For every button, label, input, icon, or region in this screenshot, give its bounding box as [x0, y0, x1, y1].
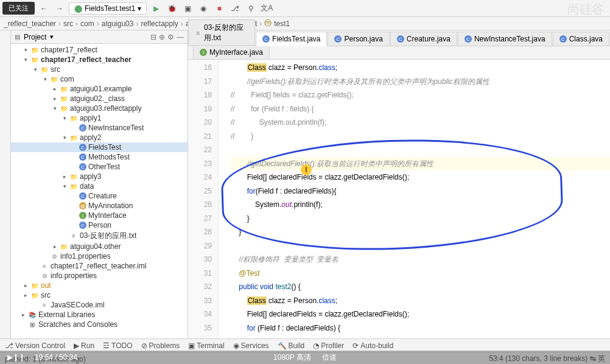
tree-item[interactable]: ▾📁data — [11, 181, 188, 191]
tree-item[interactable]: IMyInterface — [11, 211, 188, 220]
todo-tab[interactable]: ☲ TODO — [103, 341, 132, 350]
tab-myinterface[interactable]: IMyInterface.java — [193, 45, 270, 59]
services-tab[interactable]: ◉ Services — [233, 341, 269, 350]
tree-item[interactable]: ⚙info1.properties — [11, 251, 188, 261]
status-bar: passed: 1 (a minute ago) 53:4 (130 chars… — [0, 352, 610, 364]
translate-icon[interactable]: 文A — [260, 2, 273, 15]
tree-item[interactable]: ⊞Scratches and Consoles — [11, 320, 188, 329]
editor-tabs-row2: IMyInterface.java — [188, 46, 610, 60]
tree-item[interactable]: ▾📁chapter17_reflect — [11, 45, 188, 55]
editor-tab[interactable]: CNewInstanceTest.java — [458, 32, 552, 46]
editor-tab[interactable]: CClass.java — [553, 32, 609, 46]
tree-item[interactable]: ▾📁com — [11, 74, 188, 84]
tree-item[interactable]: ▸📁out — [11, 281, 188, 290]
editor-area: ≡03-反射的应用.txtCFieldsTest.javaCPerson.jav… — [188, 30, 610, 338]
tree-item[interactable]: CMethodsTest — [11, 152, 188, 162]
debug-icon[interactable]: 🐞 — [165, 2, 178, 15]
tree-item[interactable]: ▸📁atguigu02._class — [11, 94, 188, 103]
breadcrumb-item[interactable]: reflectapply — [141, 19, 178, 28]
autobuild-tab[interactable]: ⟳ Auto-build — [352, 341, 393, 350]
gutter: 1617181920212223242526272829303132333435… — [188, 60, 219, 338]
tree-item[interactable]: ▸📚External Libraries — [11, 310, 188, 320]
search-icon[interactable]: ⚲ — [244, 2, 258, 15]
bottom-tool-bar: ⎇ Version Control ▶ Run ☲ TODO ⊘ Problem… — [0, 338, 610, 352]
collapse-icon[interactable]: ⊟ — [150, 33, 156, 41]
status-left: passed: 1 (a minute ago) — [5, 355, 86, 363]
project-tree[interactable]: ▾📁chapter17_reflect▾📁chapter17_reflect_t… — [11, 44, 188, 338]
breadcrumb-item[interactable]: ⓜ — [264, 18, 272, 29]
tree-item[interactable]: ≡JavaSECode.iml — [11, 300, 188, 310]
terminal-tab[interactable]: ▣ Terminal — [188, 341, 224, 350]
settings-icon[interactable]: ⚙ — [167, 33, 174, 41]
project-header: ▤Project ▾ ⊟⊕⚙— — [11, 30, 188, 44]
left-gutter — [0, 30, 11, 338]
tree-item[interactable]: ▾📁chapter17_reflect_teacher — [11, 55, 188, 65]
select-icon[interactable]: ⊕ — [159, 33, 165, 41]
watermark: 尚硅谷 — [567, 1, 604, 18]
follow-button[interactable]: 已关注 — [2, 2, 35, 15]
breadcrumb-item[interactable]: atguigu03 — [102, 19, 134, 28]
run-tab[interactable]: ▶ Run — [74, 341, 94, 350]
tree-item[interactable]: ▸📁apply3 — [11, 172, 188, 181]
tree-item[interactable]: ▾📁src — [11, 65, 188, 74]
run-config-dropdown[interactable]: ⬤FieldsTest.test1 ▾ — [69, 2, 147, 15]
problems-tab[interactable]: ⊘ Problems — [141, 341, 180, 350]
code-content[interactable]: Class clazz = Person.class; //getFields(… — [219, 60, 610, 338]
tree-item[interactable]: ▸📁src — [11, 290, 188, 300]
hide-icon[interactable]: — — [177, 33, 184, 41]
editor-tab[interactable]: CFieldsTest.java — [256, 32, 327, 46]
status-right: 53:4 (130 chars, 3 line breaks) ↹ 英 — [489, 354, 605, 364]
editor-tab[interactable]: CCreature.java — [390, 32, 457, 46]
tree-item[interactable]: CNewInstanceTest — [11, 123, 188, 133]
breadcrumb-item[interactable]: com — [80, 19, 94, 28]
breadcrumb-item[interactable]: _reflect_teacher — [4, 19, 56, 28]
tree-item[interactable]: CFieldsTest — [11, 142, 188, 152]
stop-icon[interactable]: ■ — [212, 2, 226, 15]
editor-tabs: ≡03-反射的应用.txtCFieldsTest.javaCPerson.jav… — [188, 30, 610, 46]
tree-item[interactable]: ▾📁atguigu03.reflectapply — [11, 103, 188, 113]
tree-item[interactable]: ▾📁apply2 — [11, 133, 188, 142]
profile-icon[interactable]: ◉ — [197, 2, 210, 15]
editor-tab[interactable]: CPerson.java — [328, 32, 389, 46]
tree-item[interactable]: ⚙info.properties — [11, 271, 188, 281]
back-icon[interactable]: ← — [37, 2, 51, 15]
editor-tab[interactable]: ≡03-反射的应用.txt — [188, 19, 255, 46]
tree-item[interactable]: ≡03-反射的应用.txt — [11, 230, 188, 242]
tree-item[interactable]: CCreature — [11, 191, 188, 201]
main-toolbar: 已关注 ← → ⬤FieldsTest.test1 ▾ ▶ 🐞 ▣ ◉ ■ ⎇ … — [0, 0, 610, 17]
profiler-tab[interactable]: ◔ Profiler — [313, 341, 344, 350]
breadcrumb: _reflect_teacher› src› com› atguigu03› r… — [0, 17, 610, 30]
breadcrumb-item[interactable]: src — [63, 19, 73, 28]
cursor-highlight-icon: I — [301, 164, 312, 175]
code-area: 1617181920212223242526272829303132333435… — [188, 60, 610, 338]
coverage-icon[interactable]: ▣ — [181, 2, 194, 15]
forward-icon[interactable]: → — [53, 2, 66, 15]
tree-item[interactable]: ▸📁atguigu01.example — [11, 84, 188, 94]
tree-item[interactable]: CPerson — [11, 220, 188, 230]
version-control-tab[interactable]: ⎇ Version Control — [5, 341, 65, 350]
tree-item[interactable]: ▸📁atguigu04.other — [11, 242, 188, 251]
project-panel: ▤Project ▾ ⊟⊕⚙— ▾📁chapter17_reflect▾📁cha… — [11, 30, 188, 338]
tree-item[interactable]: @MyAnnotation — [11, 201, 188, 211]
build-tab[interactable]: 🔨 Build — [278, 341, 305, 350]
tree-item[interactable]: ≡chapter17_reflect_teacher.iml — [11, 261, 188, 271]
run-icon[interactable]: ▶ — [149, 2, 163, 15]
tree-item[interactable]: COtherTest — [11, 162, 188, 172]
tree-item[interactable]: ▾📁apply1 — [11, 113, 188, 123]
git-icon[interactable]: ⎇ — [228, 2, 242, 15]
